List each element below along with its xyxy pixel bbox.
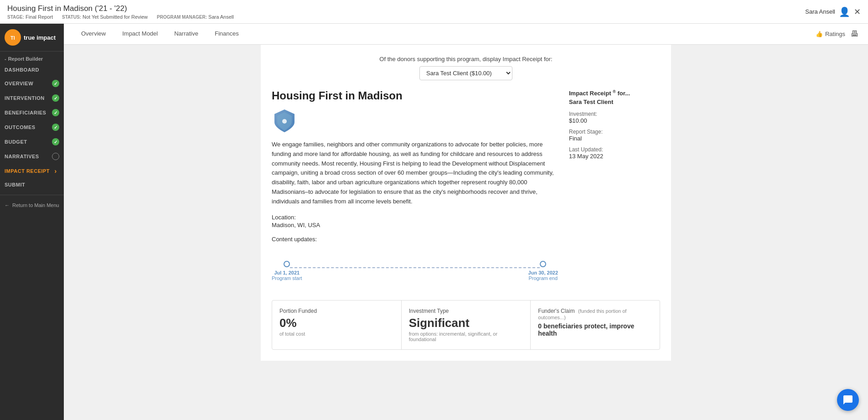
timeline: Jul 1, 2021 Program start Jun 30, 2022 P…	[272, 252, 558, 284]
program-manager-meta: PROGRAM MANAGER: Sara Ansell	[157, 14, 234, 20]
sidebar-item-status-overview: ✓	[52, 80, 59, 87]
timeline-start-dot	[284, 261, 290, 267]
donor-select[interactable]: Sara Test Client ($10.00)	[419, 66, 512, 80]
sidebar-item-label-intervention: Intervention	[5, 95, 45, 101]
funders-claim-label-main: Funder's Claim	[538, 308, 574, 314]
user-name: Sara Ansell	[805, 8, 835, 15]
investment-type-card: Investment Type Significant from options…	[402, 301, 531, 349]
sidebar-item-outcomes[interactable]: Outcomes✓	[0, 120, 64, 135]
program-manager-label: PROGRAM MANAGER:	[157, 15, 207, 20]
receipt-right-panel: Impact Receipt ® for... Sara Test Client…	[569, 89, 660, 293]
investment-type-subtext: from options: incremental, significant, …	[409, 331, 523, 342]
receipt-layout: Housing First in Madison	[272, 89, 660, 293]
investment-type-label: Investment Type	[409, 308, 523, 314]
status-label: STATUS:	[62, 15, 81, 20]
registered-icon: ®	[613, 89, 616, 94]
timeline-start: Jul 1, 2021 Program start	[272, 261, 302, 281]
sidebar-item-label-narratives: Narratives	[5, 154, 39, 159]
sidebar-divider	[0, 195, 64, 195]
page-title: Housing First in Madison ('21 - '22)	[7, 4, 234, 13]
sidebar-item-status-beneficiaries: ✓	[52, 109, 59, 116]
sidebar-nav: DashboardOverview✓Intervention✓Beneficia…	[0, 63, 64, 191]
report-builder-label: Report Builder	[8, 56, 43, 62]
portion-funded-card: Portion Funded 0% of total cost	[272, 301, 402, 349]
chat-icon	[842, 394, 853, 405]
tab-overview[interactable]: Overview	[73, 24, 114, 44]
sidebar-item-label-overview: Overview	[5, 81, 33, 86]
timeline-start-label: Program start	[272, 275, 302, 281]
content-area: Of the donors supporting this program, d…	[64, 45, 868, 420]
stage-meta: STAGE: Final Report	[7, 14, 53, 20]
report-stage-value: Final	[569, 135, 660, 142]
ratings-button[interactable]: 👍 Ratings	[816, 31, 845, 37]
sidebar-section: - Report Builder	[0, 52, 64, 63]
donor-select-row: Of the donors supporting this program, d…	[272, 56, 660, 80]
tabs-bar: OverviewImpact ModelNarrativeFinances 👍 …	[64, 24, 868, 45]
sidebar-item-dashboard[interactable]: Dashboard	[0, 63, 64, 76]
portion-funded-subtext: of total cost	[279, 331, 394, 337]
sidebar-item-narratives[interactable]: Narratives	[0, 149, 64, 164]
svg-text:TI: TI	[10, 35, 15, 41]
close-button[interactable]: ✕	[854, 7, 861, 17]
svg-point-2	[282, 119, 287, 124]
logo-text: true impact	[24, 34, 56, 41]
sidebar-item-status-intervention: ✓	[52, 94, 59, 102]
sidebar-item-beneficiaries[interactable]: Beneficiaries✓	[0, 105, 64, 120]
timeline-start-date: Jul 1, 2021	[274, 270, 300, 275]
stage-label: STAGE:	[7, 15, 24, 20]
main-area: OverviewImpact ModelNarrativeFinances 👍 …	[64, 24, 868, 420]
report-stage-label: Report Stage:	[569, 129, 660, 135]
program-description: We engage families, neighbors and other …	[272, 140, 558, 207]
receipt-for-text: for...	[617, 90, 630, 97]
receipt-left: Housing First in Madison	[272, 89, 558, 293]
chat-bubble[interactable]	[837, 389, 859, 411]
sidebar-item-overview[interactable]: Overview✓	[0, 76, 64, 91]
sidebar-item-label-beneficiaries: Beneficiaries	[5, 110, 46, 115]
layout: TI true impact - Report Builder Dashboar…	[0, 24, 868, 420]
sidebar-item-budget[interactable]: Budget✓	[0, 135, 64, 149]
print-button[interactable]: 🖶	[851, 29, 859, 39]
investment-value: $10.00	[569, 117, 660, 124]
sidebar-item-impact-receipt[interactable]: Impact Receipt›	[0, 164, 64, 178]
sidebar-item-status-outcomes: ✓	[52, 124, 59, 131]
funders-claim-label: Funder's Claim (funded this portion of o…	[538, 308, 652, 321]
portion-funded-value: 0%	[279, 316, 394, 330]
timeline-end-date: Jun 30, 2022	[528, 270, 558, 275]
top-bar-meta: STAGE: Final Report STATUS: Not Yet Subm…	[7, 14, 234, 20]
return-to-main-menu[interactable]: ← Return to Main Menu	[0, 199, 64, 212]
bottom-cards: Portion Funded 0% of total cost Investme…	[272, 300, 660, 350]
tabs-right: 👍 Ratings 🖶	[816, 29, 859, 39]
program-logo	[272, 108, 297, 133]
content-inner: Of the donors supporting this program, d…	[261, 45, 671, 361]
sidebar-item-submit[interactable]: Submit	[0, 178, 64, 191]
stage-value: Final Report	[26, 14, 53, 20]
investment-label: Investment:	[569, 111, 660, 117]
receipt-panel-client: Sara Test Client	[569, 99, 660, 105]
thumbs-up-icon: 👍	[816, 31, 823, 37]
tab-narrative[interactable]: Narrative	[166, 24, 207, 44]
status-meta: STATUS: Not Yet Submitted for Review	[62, 14, 148, 20]
user-area: Sara Ansell 👤 ✕	[805, 6, 861, 17]
content-updates-label: Content updates:	[272, 236, 558, 243]
tabs: OverviewImpact ModelNarrativeFinances	[73, 24, 247, 44]
funders-claim-value: 0 beneficiaries protect, improve health	[538, 322, 652, 337]
portion-funded-label: Portion Funded	[279, 308, 394, 314]
funders-claim-card: Funder's Claim (funded this portion of o…	[531, 301, 660, 349]
timeline-end-label: Program end	[528, 275, 558, 281]
sidebar-item-intervention[interactable]: Intervention✓	[0, 91, 64, 105]
timeline-end-dot	[540, 261, 546, 267]
investment-type-value: Significant	[409, 316, 523, 330]
tab-impact-model[interactable]: Impact Model	[114, 24, 166, 44]
location-value: Madison, WI, USA	[272, 222, 558, 228]
sidebar-logo: TI true impact	[0, 24, 64, 52]
receipt-panel-title: Impact Receipt ® for...	[569, 89, 660, 97]
timeline-end: Jun 30, 2022 Program end	[528, 261, 558, 281]
top-bar: Housing First in Madison ('21 - '22) STA…	[0, 0, 868, 24]
tab-finances[interactable]: Finances	[207, 24, 247, 44]
ratings-label: Ratings	[825, 31, 845, 37]
sidebar-item-label-dashboard: Dashboard	[5, 67, 39, 73]
user-icon[interactable]: 👤	[839, 6, 850, 17]
program-manager-value: Sara Ansell	[208, 14, 234, 20]
top-bar-left: Housing First in Madison ('21 - '22) STA…	[7, 4, 234, 20]
last-updated-label: Last Updated:	[569, 146, 660, 153]
